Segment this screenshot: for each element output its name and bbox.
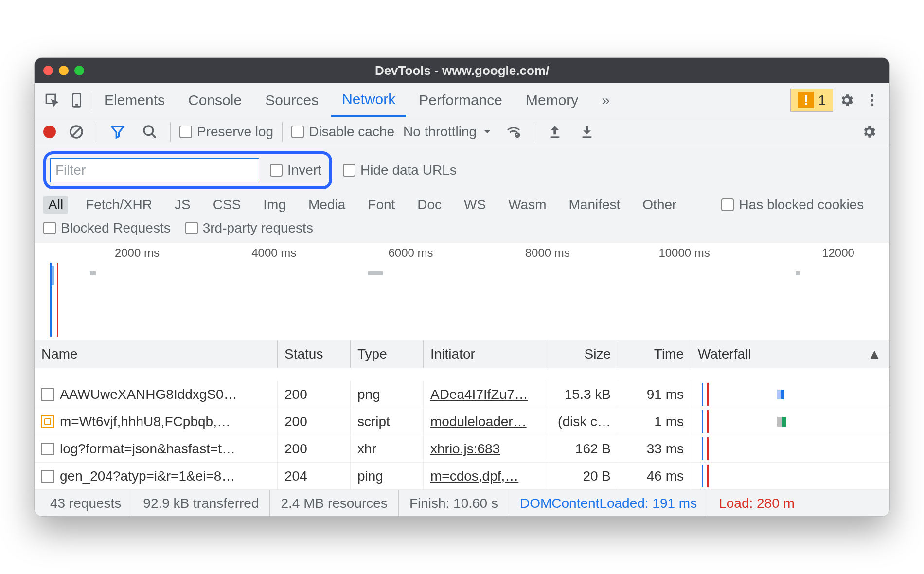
file-icon [41, 415, 54, 428]
type-ws[interactable]: WS [459, 196, 491, 214]
upload-har-icon[interactable] [543, 120, 567, 144]
svg-rect-12 [583, 136, 592, 138]
svg-rect-11 [551, 136, 560, 138]
chevron-down-icon [481, 126, 493, 138]
sort-ascending-icon: ▲ [868, 346, 881, 362]
has-blocked-cookies-checkbox[interactable]: Has blocked cookies [721, 197, 864, 213]
status-transferred: 92.9 kB transferred [132, 490, 270, 516]
request-table-header: Name Status Type Initiator Size Time Wat… [35, 340, 889, 368]
status-requests: 43 requests [39, 490, 132, 516]
settings-icon[interactable] [835, 89, 858, 112]
window-title: DevTools - www.google.com/ [35, 63, 889, 78]
tabs-overflow[interactable]: » [591, 83, 621, 117]
disable-cache-checkbox[interactable]: Disable cache [291, 124, 394, 140]
timeline-overview[interactable]: 2000 ms 4000 ms 6000 ms 8000 ms 10000 ms… [35, 243, 889, 340]
timeline-tick: 12000 [822, 246, 854, 260]
preserve-log-checkbox[interactable]: Preserve log [179, 124, 273, 140]
type-font[interactable]: Font [363, 196, 400, 214]
titlebar: DevTools - www.google.com/ [35, 58, 889, 83]
download-har-icon[interactable] [575, 120, 599, 144]
panel-tabs: Elements Console Sources Network Perform… [35, 83, 889, 117]
filter-input[interactable]: Filter [50, 158, 259, 182]
col-type[interactable]: Type [351, 340, 424, 368]
third-party-checkbox[interactable]: 3rd-party requests [185, 220, 313, 236]
type-media[interactable]: Media [303, 196, 350, 214]
type-wasm[interactable]: Wasm [503, 196, 551, 214]
throttling-select[interactable]: No throttling [403, 124, 493, 140]
table-row[interactable]: m=Wt6vjf,hhhU8,FCpbqb,… 200 script modul… [35, 408, 889, 435]
network-toolbar: Preserve log Disable cache No throttling [35, 117, 889, 146]
status-bar: 43 requests 92.9 kB transferred 2.4 MB r… [35, 490, 889, 516]
type-img[interactable]: Img [258, 196, 291, 214]
kebab-menu-icon[interactable] [860, 89, 884, 112]
type-css[interactable]: CSS [208, 196, 246, 214]
svg-point-3 [871, 94, 873, 97]
timeline-tick: 2000 ms [115, 246, 160, 260]
type-filters: All Fetch/XHR JS CSS Img Media Font Doc … [35, 194, 889, 217]
col-size[interactable]: Size [545, 340, 618, 368]
network-conditions-icon[interactable] [502, 120, 525, 144]
timeline-tick: 4000 ms [251, 246, 296, 260]
warnings-badge[interactable]: !1 [790, 89, 833, 112]
type-other[interactable]: Other [638, 196, 681, 214]
col-name[interactable]: Name [35, 340, 278, 368]
device-toolbar-icon[interactable] [66, 89, 89, 112]
status-resources: 2.4 MB resources [270, 490, 398, 516]
svg-point-4 [871, 99, 873, 102]
type-manifest[interactable]: Manifest [564, 196, 625, 214]
col-time[interactable]: Time [618, 340, 691, 368]
col-status[interactable]: Status [278, 340, 351, 368]
svg-point-5 [871, 103, 873, 106]
filter-toggle-icon[interactable] [106, 120, 129, 144]
clear-icon[interactable] [65, 120, 88, 144]
table-row[interactable]: gen_204?atyp=i&r=1&ei=8… 204 ping m=cdos… [35, 463, 889, 490]
tab-memory[interactable]: Memory [515, 83, 589, 117]
col-initiator[interactable]: Initiator [424, 340, 545, 368]
status-load: Load: 280 m [708, 490, 805, 516]
tab-console[interactable]: Console [178, 83, 252, 117]
type-all[interactable]: All [43, 196, 68, 214]
col-waterfall[interactable]: Waterfall▲ [691, 340, 889, 368]
type-fetch-xhr[interactable]: Fetch/XHR [81, 196, 157, 214]
timeline-tick: 8000 ms [525, 246, 570, 260]
search-icon[interactable] [138, 120, 161, 144]
file-icon [41, 443, 54, 455]
file-icon [41, 388, 54, 401]
svg-point-8 [144, 126, 153, 135]
devtools-window: DevTools - www.google.com/ Elements Cons… [34, 57, 890, 517]
tab-sources[interactable]: Sources [254, 83, 329, 117]
svg-line-7 [72, 127, 81, 136]
status-finish: Finish: 10.60 s [399, 490, 509, 516]
panel-settings-icon[interactable] [857, 120, 881, 144]
record-button[interactable] [43, 126, 56, 138]
invert-checkbox[interactable]: Invert [270, 162, 321, 178]
timeline-tick: 6000 ms [388, 246, 433, 260]
hide-data-urls-checkbox[interactable]: Hide data URLs [343, 162, 457, 178]
tab-elements[interactable]: Elements [93, 83, 176, 117]
filter-bar: Filter Invert Hide data URLs [35, 146, 889, 194]
inspect-element-icon[interactable] [40, 89, 64, 112]
type-js[interactable]: JS [170, 196, 195, 214]
type-doc[interactable]: Doc [412, 196, 446, 214]
table-row[interactable]: AAWUweXANHG8IddxgS0… 200 png ADea4I7IfZu… [35, 381, 889, 408]
file-icon [41, 470, 54, 483]
filter-highlight: Filter Invert [43, 151, 332, 189]
request-table-body: AAWUweXANHG8IddxgS0… 200 png ADea4I7IfZu… [35, 368, 889, 490]
status-domcontentloaded: DOMContentLoaded: 191 ms [509, 490, 708, 516]
timeline-tick: 10000 ms [658, 246, 710, 260]
tab-network[interactable]: Network [331, 83, 406, 117]
table-row[interactable]: log?format=json&hasfast=t… 200 xhr xhrio… [35, 435, 889, 463]
tab-performance[interactable]: Performance [408, 83, 513, 117]
blocked-requests-checkbox[interactable]: Blocked Requests [43, 220, 171, 236]
svg-line-9 [152, 134, 156, 138]
